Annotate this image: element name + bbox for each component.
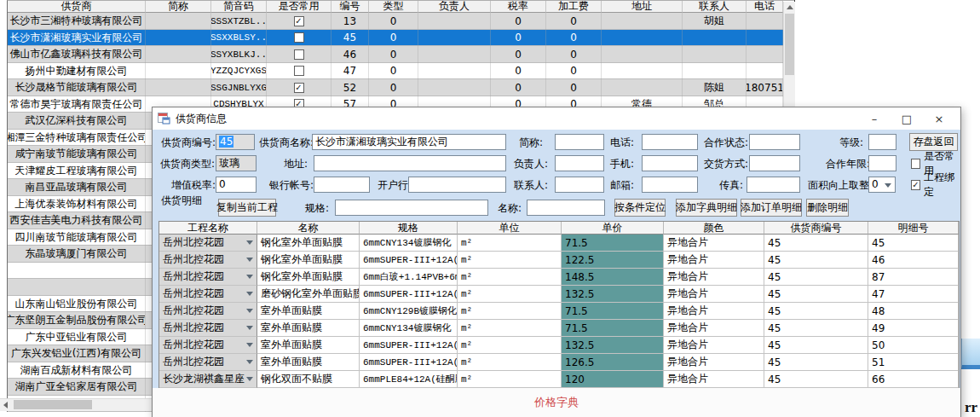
- vat-rate-field[interactable]: 0: [216, 177, 257, 193]
- grid-cell[interactable]: m²: [458, 235, 562, 252]
- grid-column-header[interactable]: 明细号: [868, 222, 959, 235]
- checkbox-icon[interactable]: [911, 159, 920, 169]
- grid-row[interactable]: 岳州北控花园钢化室外单面贴膜6mmCNY134镀膜钢化m²71.5异地合片454…: [159, 235, 959, 252]
- grid-cell[interactable]: 45: [868, 235, 959, 252]
- unit-price-cell[interactable]: 148.5: [562, 269, 664, 286]
- project-name-combo[interactable]: 岳州北控花园: [159, 252, 257, 269]
- table-row[interactable]: 咸宁南玻节能玻璃有限公司: [8, 146, 153, 163]
- grid-cell[interactable]: 异地合片: [664, 354, 764, 371]
- grid-cell[interactable]: 6mmCNY129B镀膜钢化: [360, 303, 458, 320]
- column-header[interactable]: 地址: [602, 1, 683, 13]
- chevron-down-icon[interactable]: [246, 343, 253, 347]
- grid-cell[interactable]: 室外单面贴膜: [257, 337, 360, 354]
- table-row[interactable]: 湖南百成新材料有限公司: [8, 362, 153, 379]
- vertical-scrollbar[interactable]: [783, 2, 795, 108]
- grade-field[interactable]: [868, 134, 896, 150]
- grid-cell[interactable]: 钢化室外单面贴膜: [257, 269, 360, 286]
- grid-row[interactable]: 长沙龙湖祺鑫星座钢化双面不贴膜6mmPLE84+12A(硅酮胶...m²120异…: [159, 371, 959, 388]
- grid-column-header[interactable]: 供货商编号: [764, 222, 868, 235]
- chevron-down-icon[interactable]: [885, 183, 891, 188]
- grid-cell[interactable]: 6mmSUPER-III+12A(硅...: [360, 354, 458, 371]
- table-row[interactable]: 广东中亚铝业有限公司: [8, 329, 153, 346]
- grid-column-header[interactable]: 单位: [458, 222, 562, 235]
- short-name-field[interactable]: [555, 134, 604, 150]
- grid-cell[interactable]: 室外单面贴膜: [257, 320, 360, 337]
- grid-cell[interactable]: 6mm白玻+1.14PVB+6mm...: [360, 269, 458, 286]
- grid-row[interactable]: 岳州北控花园室外单面贴膜6mmCNY129B镀膜钢化m²71.5异地合片4548: [159, 303, 959, 320]
- project-name-combo[interactable]: 岳州北控花园: [159, 286, 257, 303]
- grid-cell[interactable]: 钢化双面不贴膜: [257, 371, 360, 388]
- round-up-dropdown[interactable]: 0: [868, 177, 896, 193]
- project-name-combo[interactable]: 岳州北控花园: [159, 354, 257, 371]
- grid-cell[interactable]: m²: [458, 320, 562, 337]
- grid-cell[interactable]: 49: [868, 320, 959, 337]
- grid-cell[interactable]: 异地合片: [664, 320, 764, 337]
- email-field[interactable]: [642, 177, 698, 193]
- grid-cell[interactable]: 45: [764, 303, 868, 320]
- grid-cell[interactable]: 45: [764, 252, 868, 269]
- chevron-down-icon[interactable]: [246, 326, 253, 330]
- grid-cell[interactable]: 45: [764, 269, 868, 286]
- horizontal-scrollbar[interactable]: [0, 398, 152, 411]
- grid-cell[interactable]: 室外单面贴膜: [257, 303, 360, 320]
- column-header[interactable]: 联系人: [683, 1, 747, 13]
- grid-column-header[interactable]: 单价: [562, 222, 664, 235]
- maximize-icon[interactable]: □: [891, 108, 923, 129]
- table-row[interactable]: 长沙晟格节能玻璃有限公司CSSGJNBLYXGS✓52000陈姐180751: [8, 79, 783, 96]
- column-header[interactable]: 负责人: [418, 1, 491, 13]
- grid-cell[interactable]: 异地合片: [664, 303, 764, 320]
- column-header[interactable]: 供货商: [8, 1, 146, 13]
- table-row[interactable]: 广东兴发铝业(江西)有限公司: [8, 345, 153, 362]
- column-header[interactable]: 简称: [146, 1, 211, 13]
- locate-by-condition-button[interactable]: 按条件定位: [614, 199, 666, 217]
- grid-cell[interactable]: 45: [764, 337, 868, 354]
- grid-cell[interactable]: 45: [764, 286, 868, 303]
- unit-price-cell[interactable]: 120: [562, 371, 664, 388]
- add-dictionary-detail-button[interactable]: 添加字典明细: [676, 199, 737, 217]
- grid-column-header[interactable]: 名称: [257, 222, 360, 235]
- delivery-method-field[interactable]: [749, 155, 800, 171]
- checkbox-icon[interactable]: [294, 66, 304, 76]
- scrollbar-thumb[interactable]: [14, 400, 92, 409]
- column-header[interactable]: 电话: [747, 1, 783, 13]
- chevron-down-icon[interactable]: [246, 275, 253, 279]
- table-row[interactable]: 扬州中勤建材有限公司YZZQJCYXGS47000: [8, 63, 783, 80]
- grid-cell[interactable]: m²: [458, 354, 562, 371]
- manager-field[interactable]: [555, 155, 604, 171]
- scrollbar-thumb[interactable]: [785, 14, 794, 75]
- grid-cell[interactable]: 6mmSUPER-III+12A(硅...: [360, 252, 458, 269]
- table-row[interactable]: 湘潭三金特种玻璃有限责任公司: [8, 130, 153, 147]
- mobile-field[interactable]: [642, 155, 698, 171]
- grid-cell[interactable]: 异地合片: [664, 286, 764, 303]
- grid-cell[interactable]: m²: [458, 337, 562, 354]
- chevron-down-icon[interactable]: [246, 377, 253, 381]
- bank-account-field[interactable]: [314, 177, 370, 193]
- table-row[interactable]: 佛山市亿鑫玻璃科技有限公司FSSYXBLKJ...46000: [8, 46, 783, 63]
- grid-column-header[interactable]: 颜色: [664, 222, 764, 235]
- grid-cell[interactable]: 45: [764, 371, 868, 388]
- phone-field[interactable]: [642, 134, 698, 150]
- grid-cell[interactable]: 50: [868, 337, 959, 354]
- grid-cell[interactable]: 6mmSUPER-III+12A(硅...: [360, 337, 458, 354]
- save-return-button[interactable]: 存盘返回: [909, 133, 958, 151]
- unit-price-cell[interactable]: 71.5: [562, 303, 664, 320]
- grid-cell[interactable]: 磨砂钢化室外单面贴膜: [257, 286, 360, 303]
- table-row[interactable]: 长沙市三湘特种玻璃有限公司CSSSXTZBL...✓13000胡姐: [8, 13, 783, 30]
- grid-row[interactable]: 岳州北控花园室外单面贴膜6mmSUPER-III+12A(硅...m²132.5…: [159, 337, 959, 354]
- minimize-icon[interactable]: –: [858, 108, 891, 129]
- grid-row[interactable]: 岳州北控花园室外单面贴膜6mmSUPER-III+12A(硅...m²126.5…: [159, 354, 959, 371]
- grid-column-header[interactable]: 工程名称: [159, 222, 257, 235]
- coop-years-field[interactable]: [868, 155, 896, 171]
- delete-detail-button[interactable]: 删除明细: [806, 199, 849, 217]
- column-header[interactable]: 编号: [331, 1, 369, 13]
- checkbox-checked-icon[interactable]: ✓: [294, 83, 304, 93]
- copy-current-project-button[interactable]: 复制当前工程: [218, 199, 276, 217]
- checkbox-checked-icon[interactable]: ✓: [294, 16, 304, 26]
- add-order-detail-button[interactable]: 添加订单明细: [741, 199, 802, 217]
- table-row[interactable]: 武汉亿深科技有限公司: [8, 113, 153, 130]
- grid-row[interactable]: 岳州北控花园钢化室外单面贴膜6mm白玻+1.14PVB+6mm...m²148.…: [159, 269, 959, 286]
- grid-cell[interactable]: m²: [458, 252, 562, 269]
- project-name-combo[interactable]: 岳州北控花园: [159, 235, 257, 252]
- chevron-down-icon[interactable]: [246, 258, 253, 262]
- grid-cell[interactable]: 室外单面贴膜: [257, 354, 360, 371]
